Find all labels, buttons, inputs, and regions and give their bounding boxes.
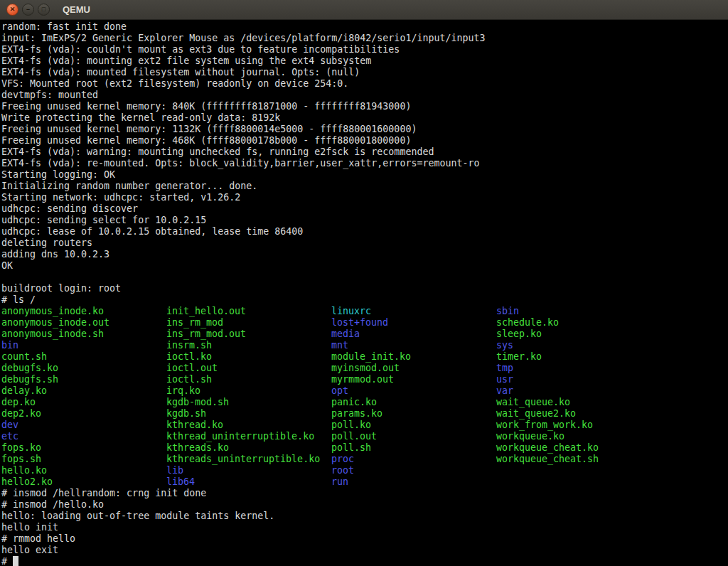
terminal-line: Freeing unused kernel memory: 468K (ffff… [1,135,728,146]
ls-directory-entry: sbin [496,306,661,317]
ls-row: debugfs.shioctl.shmyrmmod.outusr [1,374,728,385]
ls-row: hello2.kolib64run [1,476,728,488]
ls-directory-entry: dev [1,420,166,431]
ls-row: etckthread_uninterruptible.kopoll.outwor… [1,431,728,442]
ls-file-entry: module_init.ko [331,351,496,363]
ls-file-entry: kthread.ko [166,420,331,431]
ls-file-entry: work_from_work.ko [496,420,661,431]
ls-directory-entry: usr [496,374,661,385]
terminal-screen[interactable]: random: fast init doneinput: ImExPS/2 Ge… [0,20,728,566]
terminal-line: devtmpfs: mounted [1,90,728,101]
ls-row: anonymous_inode.koinit_hello.outlinuxrcs… [1,306,728,317]
terminal-line: hello exit [1,545,728,556]
ls-file-entry: anonymous_inode.out [1,317,166,329]
ls-file-entry: myrmmod.out [331,374,496,385]
close-icon: ✕ [10,6,16,13]
ls-directory-entry: lib64 [166,476,331,488]
ls-file-entry: kgdb-mod.sh [166,397,331,408]
window-title: QEMU [63,4,90,15]
ls-file-entry: insrm.sh [166,340,331,351]
terminal-line: Starting network: udhcpc: started, v1.26… [1,192,728,203]
ls-directory-entry: root [331,465,496,476]
ls-file-entry: ins_rm_mod.out [166,329,331,340]
terminal-line: EXT4-fs (vda): warning: mounting uncheck… [1,146,728,158]
prompt-line: # [1,556,728,566]
ls-row: fops.shkthreads_uninterruptible.koprocwo… [1,454,728,465]
terminal-line: EXT4-fs (vda): re-mounted. Opts: block_v… [1,158,728,169]
ls-file-entry: workqueue.ko [496,431,661,442]
ls-row: hello.kolibroot [1,465,728,476]
terminal-line: EXT4-fs (vda): couldn't mount as ext3 du… [1,44,728,55]
ls-directory-entry: lib [166,465,331,476]
ls-file-entry: poll.sh [331,442,496,454]
ls-file-entry: debugfs.sh [1,374,166,385]
ls-file-entry: timer.ko [496,351,661,363]
ls-file-entry: kthread_uninterruptible.ko [166,431,331,442]
minimize-icon: – [26,6,30,13]
ls-file-entry: dep.ko [1,397,166,408]
ls-file-entry: workqueue_cheat.ko [496,442,661,454]
ls-directory-entry: etc [1,431,166,442]
terminal-line [1,272,728,283]
ls-directory-entry: opt [331,385,496,397]
ls-row: devkthread.kopoll.kowork_from_work.ko [1,420,728,431]
ls-row: anonymous_inode.outins_rm_modlost+founds… [1,317,728,329]
ls-directory-entry: proc [331,454,496,465]
ls-row: anonymous_inode.shins_rm_mod.outmediasle… [1,329,728,340]
terminal-line: udhcpc: sending select for 10.0.2.15 [1,215,728,226]
terminal-line: input: ImExPS/2 Generic Explorer Mouse a… [1,33,728,44]
terminal-line: deleting routers [1,237,728,249]
ls-file-entry: kthreads.ko [166,442,331,454]
terminal-line: EXT4-fs (vda): mounting ext2 file system… [1,55,728,67]
terminal-line: udhcpc: sending discover [1,203,728,215]
terminal-line: hello: loading out-of-tree module taints… [1,511,728,522]
ls-row: delay.koirq.kooptvar [1,385,728,397]
terminal-line: EXT4-fs (vda): mounted filesystem withou… [1,67,728,78]
ls-row: fops.kokthreads.kopoll.shworkqueue_cheat… [1,442,728,454]
ls-file-entry: count.sh [1,351,166,363]
ls-file-entry: anonymous_inode.ko [1,306,166,317]
terminal-line: Freeing unused kernel memory: 1132K (fff… [1,124,728,135]
terminal-line: # insmod /hellrandom: crng init done [1,488,728,499]
maximize-button[interactable]: □ [38,4,50,16]
ls-file-entry: poll.ko [331,420,496,431]
ls-file-entry: hello.ko [1,465,166,476]
ls-directory-entry: mnt [331,340,496,351]
tail-log: # insmod /hellrandom: crng init done# in… [1,488,728,556]
ls-file-entry: ioctl.ko [166,351,331,363]
terminal-line: random: fast init done [1,21,728,33]
ls-file-entry: ioctl.out [166,363,331,374]
terminal-line: hello init [1,522,728,533]
terminal-line: udhcpc: lease of 10.0.2.15 obtained, lea… [1,226,728,237]
ls-file-entry: debugfs.ko [1,363,166,374]
ls-file-entry: poll.out [331,431,496,442]
terminal-line: Starting logging: OK [1,169,728,181]
ls-file-entry: panic.ko [331,397,496,408]
ls-file-entry: init_hello.out [166,306,331,317]
ls-directory-entry: bin [1,340,166,351]
terminal-line: Freeing unused kernel memory: 840K (ffff… [1,101,728,112]
ls-directory-entry: run [331,476,496,488]
terminal-line: adding dns 10.0.2.3 [1,249,728,260]
terminal-line: Write protecting the kernel read-only da… [1,112,728,124]
ls-file-entry: myinsmod.out [331,363,496,374]
title-bar[interactable]: ✕ – □ QEMU [0,0,728,20]
ls-directory-entry: sys [496,340,661,351]
terminal-line: # rmmod hello [1,533,728,545]
close-button[interactable]: ✕ [6,4,18,16]
ls-directory-entry: media [331,329,496,340]
ls-directory-entry: tmp [496,363,661,374]
boot-log: random: fast init doneinput: ImExPS/2 Ge… [1,21,728,283]
terminal-line: VFS: Mounted root (ext2 filesystem) read… [1,78,728,90]
ls-file-entry: kthreads_uninterruptible.ko [166,454,331,465]
terminal-line: OK [1,260,728,272]
qemu-window: ✕ – □ QEMU random: fast init doneinput: … [0,0,728,566]
ls-file-entry: wait_queue2.ko [496,408,661,420]
ls-symlink-entry: linuxrc [331,306,496,317]
ls-file-entry: delay.ko [1,385,166,397]
ls-file-entry: params.ko [331,408,496,420]
minimize-button[interactable]: – [22,4,34,16]
ls-directory-entry: lost+found [331,317,496,329]
terminal-line: # insmod /hello.ko [1,499,728,511]
ls-file-entry: irq.ko [166,385,331,397]
